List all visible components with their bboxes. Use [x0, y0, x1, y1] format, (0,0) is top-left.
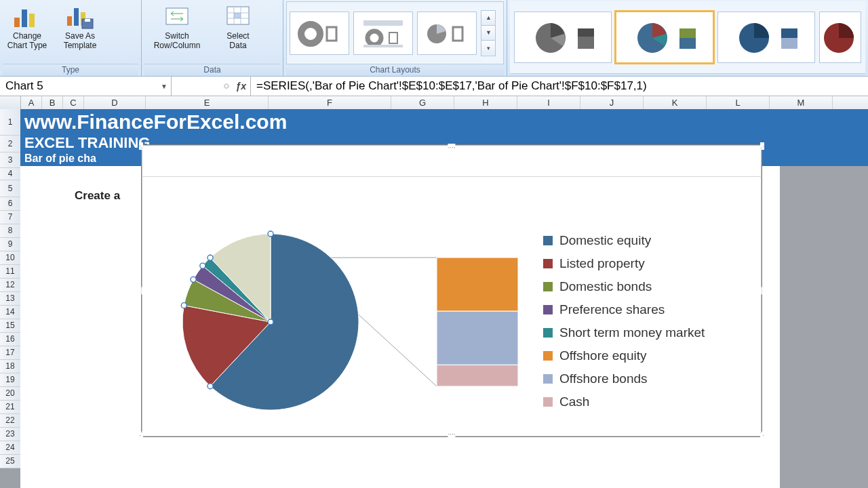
- name-box-input[interactable]: [0, 79, 157, 93]
- legend-item[interactable]: Offshore equity: [543, 344, 705, 367]
- svg-rect-22: [453, 27, 462, 41]
- cancel-formula-icon[interactable]: ⭘: [222, 81, 231, 92]
- legend-label: Domestic equity: [559, 233, 651, 248]
- chart-layout-thumb[interactable]: [353, 12, 413, 55]
- legend-item[interactable]: Offshore bonds: [543, 367, 705, 390]
- layout-scroll-up[interactable]: ▲: [481, 11, 495, 25]
- row-header[interactable]: 19: [0, 373, 20, 387]
- ribbon-group-chart-layouts: ▲ ▼ ▾ Chart Layouts: [283, 0, 507, 76]
- cells-region: www.FinanceForExcel.com EXCEL TRAINING B…: [20, 109, 868, 488]
- ribbon-group-chart-styles-label: [510, 73, 865, 76]
- ribbon-group-type-label: Type: [3, 64, 138, 76]
- column-header[interactable]: D: [84, 96, 146, 109]
- legend-swatch: [543, 328, 553, 338]
- select-all-corner[interactable]: [0, 96, 21, 109]
- change-chart-type-label: Change Chart Type: [7, 31, 47, 50]
- legend-label: Offshore bonds: [559, 371, 648, 386]
- column-header[interactable]: C: [63, 96, 84, 109]
- legend-item[interactable]: Listed property: [543, 252, 705, 275]
- svg-rect-31: [781, 28, 797, 38]
- chart-style-thumb-selected[interactable]: [616, 12, 713, 63]
- column-header[interactable]: E: [146, 96, 269, 109]
- row-header[interactable]: 18: [0, 360, 20, 373]
- legend-swatch: [543, 397, 553, 407]
- row-header[interactable]: 21: [0, 401, 20, 414]
- legend-label: Offshore equity: [559, 348, 647, 363]
- embedded-chart[interactable]: ···· ···· ···· ···· ·. .· ·˙ ˙· Domestic…: [141, 144, 762, 437]
- row5-text: Create a: [75, 189, 120, 203]
- row-header[interactable]: 16: [0, 333, 20, 346]
- chart-layout-thumb[interactable]: [417, 12, 477, 55]
- row-header[interactable]: 1: [0, 109, 20, 136]
- svg-rect-7: [85, 19, 90, 22]
- chart-style-thumb[interactable]: [514, 12, 612, 63]
- legend-swatch: [543, 374, 553, 384]
- chart-resize-handle-tl[interactable]: ·.: [139, 142, 143, 150]
- row-header[interactable]: 11: [0, 265, 20, 279]
- name-box-dropdown-icon[interactable]: ▼: [157, 83, 171, 90]
- row-header[interactable]: 4: [0, 168, 20, 180]
- row-header[interactable]: 3: [0, 152, 20, 168]
- row-header[interactable]: 24: [0, 441, 20, 455]
- column-header[interactable]: H: [454, 96, 517, 109]
- chart-plot-area[interactable]: Domestic equityListed propertyDomestic b…: [142, 176, 762, 436]
- layout-scroll-more[interactable]: ▾: [481, 40, 495, 55]
- svg-rect-16: [327, 27, 336, 41]
- svg-rect-20: [363, 45, 403, 47]
- legend-item[interactable]: Cash: [543, 390, 705, 413]
- legend-swatch: [543, 259, 553, 268]
- row-header[interactable]: 13: [0, 292, 20, 306]
- select-data-button[interactable]: Select Data: [214, 1, 262, 50]
- row-header[interactable]: 20: [0, 387, 20, 401]
- layout-scroll-down[interactable]: ▼: [481, 25, 495, 40]
- select-data-label: Select Data: [226, 31, 249, 50]
- switch-row-column-button[interactable]: Switch Row/Column: [144, 1, 210, 50]
- legend-label: Domestic bonds: [559, 279, 652, 294]
- save-as-template-button[interactable]: Save As Template: [56, 1, 104, 50]
- row-header[interactable]: 22: [0, 414, 20, 428]
- row-header[interactable]: 15: [0, 319, 20, 333]
- column-header[interactable]: B: [42, 96, 63, 109]
- column-header[interactable]: K: [644, 96, 707, 109]
- svg-rect-0: [14, 18, 20, 27]
- row-header[interactable]: 8: [0, 224, 20, 238]
- chart-legend[interactable]: Domestic equityListed propertyDomestic b…: [543, 229, 705, 413]
- fx-icon[interactable]: ƒx: [235, 81, 246, 92]
- legend-swatch: [543, 236, 553, 245]
- row-header[interactable]: 6: [0, 197, 20, 211]
- row-header[interactable]: 5: [0, 180, 20, 197]
- column-header[interactable]: M: [770, 96, 833, 109]
- chart-style-thumb[interactable]: [717, 12, 815, 63]
- row-header[interactable]: 17: [0, 346, 20, 360]
- column-header[interactable]: A: [21, 96, 42, 109]
- column-header[interactable]: I: [517, 96, 580, 109]
- chart-resize-handle-top[interactable]: ····: [448, 144, 455, 151]
- formula-input[interactable]: [251, 77, 868, 96]
- row-header[interactable]: 14: [0, 306, 20, 319]
- legend-item[interactable]: Preference shares: [543, 298, 705, 321]
- change-chart-type-button[interactable]: Change Chart Type: [3, 1, 52, 50]
- column-header[interactable]: F: [269, 96, 391, 109]
- chart-resize-handle-tr[interactable]: .·: [760, 142, 764, 150]
- row-header[interactable]: 7: [0, 211, 20, 224]
- row-header[interactable]: 12: [0, 279, 20, 292]
- svg-point-15: [301, 24, 320, 43]
- svg-rect-36: [437, 311, 518, 365]
- legend-item[interactable]: Short term money market: [543, 321, 705, 344]
- legend-item[interactable]: Domestic bonds: [543, 275, 705, 298]
- row-header[interactable]: 25: [0, 455, 20, 468]
- column-header[interactable]: L: [707, 96, 770, 109]
- row-header[interactable]: 9: [0, 238, 20, 251]
- chart-layout-scroll: ▲ ▼ ▾: [481, 10, 496, 56]
- row-header[interactable]: 2: [0, 136, 20, 152]
- svg-rect-3: [67, 16, 72, 26]
- row-header[interactable]: 23: [0, 428, 20, 441]
- legend-item[interactable]: Domestic equity: [543, 229, 705, 252]
- chart-style-thumb[interactable]: [819, 12, 861, 63]
- svg-point-39: [208, 384, 213, 389]
- chart-layout-thumb[interactable]: [290, 12, 349, 55]
- column-header[interactable]: G: [391, 96, 454, 109]
- column-header[interactable]: J: [580, 96, 644, 109]
- svg-point-38: [268, 231, 273, 237]
- row-header[interactable]: 10: [0, 251, 20, 265]
